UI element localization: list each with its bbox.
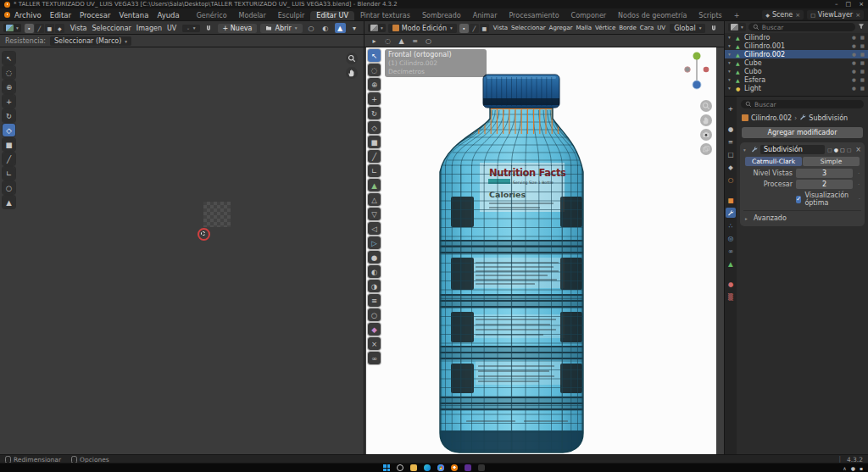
uv-editor-canvas[interactable]: ↖◌⊕+↻◇■╱∟○▲ xyxy=(0,47,364,455)
workspace-tab-animar[interactable]: Animar xyxy=(467,11,504,21)
workspace-tab-genérico[interactable]: Genérico xyxy=(191,11,233,21)
tool-properties-tab[interactable]: + xyxy=(726,103,736,114)
menubar-menu-archivo[interactable]: Archivo xyxy=(10,10,46,20)
tool-button-6[interactable]: ■ xyxy=(368,136,381,148)
expand-icon[interactable]: ▾ xyxy=(728,77,733,82)
vp-menu-malla[interactable]: Malla xyxy=(574,24,593,32)
tool-button-21[interactable]: ∞ xyxy=(368,352,381,364)
tool-button-9[interactable]: ▲ xyxy=(368,179,381,192)
vp-menu-agregar[interactable]: Agregar xyxy=(548,24,575,32)
hide-eye-icon[interactable]: ● xyxy=(852,35,856,40)
tray-volume-icon[interactable]: ▪ xyxy=(860,465,863,471)
tool-button-7[interactable]: ╱ xyxy=(368,150,381,163)
disable-render-icon[interactable]: ■ xyxy=(860,86,865,91)
tool-button-17[interactable]: ≡ xyxy=(368,294,381,307)
vp-menu-seleccionar[interactable]: Seleccionar xyxy=(509,24,548,32)
texture-properties-tab[interactable]: ▒ xyxy=(726,292,736,302)
vp-menu-cara[interactable]: Cara xyxy=(638,24,655,32)
disable-render-icon[interactable]: ■ xyxy=(860,69,865,74)
outliner-filter-icon[interactable] xyxy=(858,23,865,31)
open-image-button[interactable]: Abrir▾ xyxy=(260,24,302,33)
vp-pan-hand-icon[interactable] xyxy=(700,114,712,126)
tool-button-14[interactable]: ● xyxy=(368,251,381,264)
uv-edge-mode-button[interactable]: ╱ xyxy=(35,24,44,33)
active-tool-dropdown[interactable]: Seleccionar (Marco)▾ xyxy=(50,36,131,46)
tool-button-11[interactable]: ▽ xyxy=(368,208,381,220)
tool-button-8[interactable]: ∟ xyxy=(368,164,381,177)
workspace-tab-nodos-de-geometría[interactable]: Nodos de geometría xyxy=(612,11,693,21)
tool-button-5[interactable]: ◇ xyxy=(3,124,15,136)
hide-eye-icon[interactable]: ● xyxy=(852,77,856,82)
tool-button-13[interactable]: ▷ xyxy=(368,236,381,249)
viewlayer-selector[interactable]: □ ViewLayer × xyxy=(807,10,864,19)
outliner-row-cilindro.002[interactable]: ▾▲Cilindro.002●■ xyxy=(725,50,868,58)
uv-snap-toggle-icon[interactable]: ▲ xyxy=(335,23,346,33)
gizmo-y-axis[interactable] xyxy=(693,53,701,60)
gizmo-z-axis[interactable] xyxy=(693,81,701,89)
uv-face-mode-button[interactable]: ■ xyxy=(45,24,54,33)
uv-menu-vista[interactable]: Vista xyxy=(68,24,90,33)
catmull-clark-button[interactable]: Catmull-Clark xyxy=(745,157,802,166)
minimize-button[interactable]: – xyxy=(835,1,838,8)
scene-unlink-icon[interactable]: × xyxy=(795,12,800,19)
modifiers-properties-tab[interactable] xyxy=(726,208,736,218)
tool-button-4[interactable]: ↻ xyxy=(3,109,15,122)
uv-vertex-mode-button[interactable]: • xyxy=(25,24,34,33)
outliner-row-cilindro[interactable]: ▾▲Cilindro●■ xyxy=(725,33,868,42)
particles-properties-tab[interactable]: ∴ xyxy=(726,220,736,230)
tool-button-16[interactable]: ◑ xyxy=(368,280,381,292)
tool-button-10[interactable]: ▲ xyxy=(3,196,15,208)
constraints-properties-tab[interactable]: ∞ xyxy=(726,246,736,256)
workspace-tab-esculpir[interactable]: Esculpir xyxy=(272,11,311,21)
navigation-gizmo[interactable] xyxy=(682,49,712,93)
uv-proportional-edit-icon[interactable]: ○ xyxy=(306,23,317,33)
hide-eye-icon[interactable]: ● xyxy=(852,43,856,48)
view-layer-properties-tab[interactable]: □ xyxy=(726,149,736,159)
tool-button-0[interactable]: ↖ xyxy=(368,49,381,62)
scene-properties-tab[interactable]: ◆ xyxy=(726,162,736,172)
tool-button-8[interactable]: ∟ xyxy=(3,167,15,180)
modifier-display-toggles[interactable]: ▢●▢▢ xyxy=(827,147,851,153)
object-name[interactable]: Esfera xyxy=(744,76,765,84)
workspace-tab-scripts[interactable]: Scripts xyxy=(693,11,727,21)
tool-button-2[interactable]: ⊕ xyxy=(368,78,381,91)
vp-setting-icon-5[interactable]: ○ xyxy=(423,36,434,47)
uv-pivot-dropdown[interactable]: ◦▾ xyxy=(182,25,199,32)
tool-button-1[interactable]: ◌ xyxy=(368,64,381,76)
tray-chevron-icon[interactable]: ∧ xyxy=(843,465,846,471)
uv-menu-imagen[interactable]: Imagen xyxy=(134,24,164,33)
disable-render-icon[interactable]: ■ xyxy=(860,35,865,40)
outliner-row-cilindro.001[interactable]: ▾▲Cilindro.001●■ xyxy=(725,42,868,50)
object-name[interactable]: Cubo xyxy=(744,68,762,75)
tool-button-2[interactable]: ⊕ xyxy=(3,81,15,93)
modifier-name-field[interactable]: Subdivisión xyxy=(760,145,825,154)
expand-icon[interactable]: ▾ xyxy=(728,52,733,57)
viewport-canvas[interactable]: Nutrition Facts Serving Size 1 Bottle Ca… xyxy=(364,47,725,455)
scene-selector[interactable]: ◆ Scene × xyxy=(762,10,804,19)
menubar-menu-editar[interactable]: Editar xyxy=(46,10,75,20)
windows-start-icon[interactable] xyxy=(383,464,390,471)
maximize-button[interactable]: □ xyxy=(846,1,852,8)
levels-viewport-field[interactable]: 3 xyxy=(796,169,853,178)
outliner-search-field[interactable]: Buscar xyxy=(748,23,855,31)
new-image-button[interactable]: + Nueva xyxy=(218,24,258,33)
taskbar-search-icon[interactable] xyxy=(397,464,403,471)
tool-button-18[interactable]: ○ xyxy=(368,308,381,321)
vp-ortho-toggle-icon[interactable] xyxy=(700,143,712,155)
menubar-menu-procesar[interactable]: Procesar xyxy=(75,10,115,20)
vp-setting-icon-4[interactable]: ≡ xyxy=(409,36,420,47)
disable-render-icon[interactable]: ■ xyxy=(860,43,865,48)
workspace-tab-pintar-texturas[interactable]: Pintar texturas xyxy=(354,11,416,21)
tool-button-15[interactable]: ◐ xyxy=(368,265,381,278)
render-properties-tab[interactable]: ● xyxy=(726,124,736,134)
taskbar-explorer-icon[interactable] xyxy=(410,464,417,471)
breadcrumb-modifier[interactable]: Subdivisión xyxy=(809,114,848,122)
vp-setting-icon-2[interactable]: ◌ xyxy=(382,36,393,47)
uv-island-mode-button[interactable]: ◆ xyxy=(55,24,64,33)
properties-search-field[interactable]: Buscar xyxy=(741,100,864,108)
animate-dot-icon[interactable]: · xyxy=(858,196,861,203)
object-name[interactable]: Cilindro xyxy=(744,34,770,42)
menubar-menu-ayuda[interactable]: Ayuda xyxy=(153,10,183,20)
workspace-tab-modelar[interactable]: Modelar xyxy=(233,11,272,21)
workspace-tab-componer[interactable]: Componer xyxy=(565,11,613,21)
